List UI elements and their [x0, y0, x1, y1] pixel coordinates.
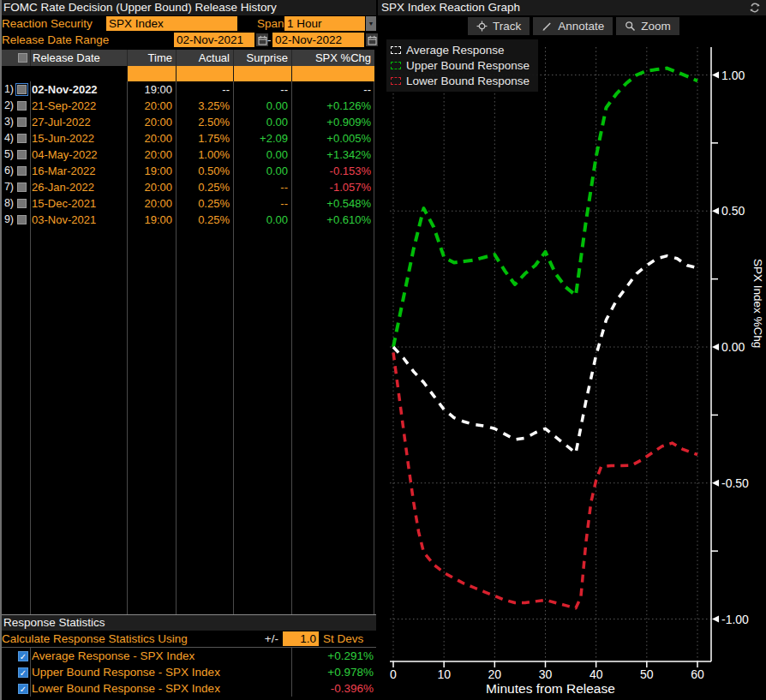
x-axis-tick-label: 20: [488, 667, 502, 681]
table-row[interactable]: 8)15-Dec-202120:000.25%--+0.548%: [0, 195, 374, 212]
cell-time: 19:00: [127, 163, 176, 179]
legend-item-lower-bound-response[interactable]: Lower Bound Response: [391, 73, 530, 88]
row-checkbox[interactable]: [17, 85, 27, 94]
cell-surprise: 0.00: [233, 114, 291, 130]
calendar-to-button[interactable]: [366, 33, 378, 46]
row-checkbox[interactable]: [17, 182, 27, 192]
row-checkbox-cell[interactable]: [14, 81, 30, 98]
x-axis-tick-label: 40: [589, 667, 603, 681]
legend-item-average-response[interactable]: Average Response: [391, 42, 530, 57]
table-row[interactable]: 2)21-Sep-202220:003.25%0.00+0.126%: [0, 98, 374, 114]
table-row[interactable]: 7)26-Jan-202220:000.25%---1.057%: [0, 179, 374, 195]
cell-surprise: --: [233, 179, 291, 195]
cell-chg: -1.057%: [291, 179, 374, 195]
date-to-field[interactable]: 02-Nov-2022: [272, 33, 364, 47]
stat-row-value: +0.291%: [293, 649, 376, 662]
row-checkbox-cell[interactable]: [14, 114, 30, 130]
row-checkbox-cell[interactable]: [14, 163, 30, 179]
response-statistics-section: Response Statistics Calculate Response S…: [0, 614, 376, 700]
stat-row-checkbox[interactable]: ✓: [18, 667, 28, 678]
y-axis-tick-label: -0.50: [721, 476, 749, 490]
select-all-checkbox[interactable]: [18, 53, 27, 63]
row-checkbox-cell[interactable]: [14, 195, 30, 212]
row-checkbox-cell[interactable]: [14, 98, 30, 114]
select-all-cell[interactable]: [0, 50, 30, 66]
table-row[interactable]: 6)16-Mar-202219:000.50%0.00-0.153%: [0, 163, 374, 179]
table-row[interactable]: 9)03-Nov-202119:000.25%0.00+0.610%: [0, 212, 374, 228]
calendar-icon: [258, 35, 267, 45]
y-axis-tick-arrow: [712, 207, 719, 214]
y-axis-title: SPX Index %Chg: [751, 259, 764, 348]
zoom-button[interactable]: Zoom: [616, 17, 679, 35]
average-response-line: [393, 256, 697, 453]
y-axis-tick-arrow: [712, 72, 719, 79]
y-axis-tick-arrow: [712, 480, 719, 487]
span-dropdown-button[interactable]: ▼: [366, 16, 376, 31]
calc-label: Calculate Response Statistics Using: [2, 631, 188, 647]
span-field[interactable]: 1 Hour: [284, 16, 365, 31]
cell-chg: +0.610%: [291, 212, 374, 228]
legend-item-label: Upper Bound Response: [406, 59, 530, 72]
annotate-button-label: Annotate: [558, 20, 604, 33]
pencil-icon: [542, 21, 553, 32]
track-button[interactable]: Track: [468, 17, 530, 35]
date-from-field[interactable]: 02-Nov-2021: [174, 33, 254, 47]
row-checkbox-cell[interactable]: [14, 212, 30, 228]
cell-surprise: 0.00: [233, 163, 291, 179]
stat-row-label: Lower Bound Response - SPX Index: [28, 682, 293, 695]
stat-rows: ✓Average Response - SPX Index+0.291%✓Upp…: [0, 647, 376, 697]
filter-input-cell[interactable]: [176, 66, 233, 81]
row-checkbox-cell[interactable]: [14, 147, 30, 163]
calendar-from-button[interactable]: [256, 33, 268, 46]
reaction-chart[interactable]: 1.000.500.00-0.50-1.000102030405060: [378, 0, 766, 700]
legend-item-upper-bound-response[interactable]: Upper Bound Response: [391, 57, 530, 73]
stat-row-value: +0.978%: [293, 666, 376, 679]
st-devs-label: St Devs: [323, 631, 363, 647]
stat-row-checkbox[interactable]: ✓: [18, 684, 28, 694]
calendar-icon: [368, 35, 377, 45]
stat-row-checkbox[interactable]: ✓: [18, 651, 28, 661]
stat-row: ✓Upper Bound Response - SPX Index+0.978%: [0, 664, 376, 680]
table-row[interactable]: 4)15-Jun-202220:001.75%+2.09+0.005%: [0, 130, 374, 147]
row-checkbox[interactable]: [17, 150, 27, 159]
panel-divider[interactable]: [0, 0, 2, 700]
row-checkbox[interactable]: [17, 134, 27, 143]
annotate-button[interactable]: Annotate: [533, 17, 613, 35]
filter-input-cell[interactable]: [291, 66, 374, 81]
cell-date: 15-Jun-2022: [30, 130, 127, 147]
column-header-time[interactable]: Time: [127, 50, 176, 66]
row-checkbox[interactable]: [17, 166, 27, 176]
x-axis-tick-label: 50: [640, 667, 654, 681]
legend-item-label: Lower Bound Response: [406, 75, 530, 87]
row-checkbox[interactable]: [17, 199, 27, 208]
reaction-security-field[interactable]: SPX Index: [106, 16, 237, 31]
column-header-release-date[interactable]: Release Date: [30, 50, 127, 66]
column-header-surprise[interactable]: Surprise: [233, 50, 291, 66]
filter-input-cell[interactable]: [127, 66, 176, 81]
cell-actual: --: [176, 81, 233, 98]
table-row[interactable]: 3)27-Jul-202220:002.50%0.00+0.909%: [0, 114, 374, 130]
y-axis-tick-label: 0.50: [721, 204, 745, 218]
column-header-spx-chg[interactable]: SPX %Chg: [291, 50, 374, 66]
reaction-graph-panel: SPX Index Reaction Graph 1.000.500.00-0.…: [378, 0, 766, 700]
row-checkbox[interactable]: [17, 101, 27, 111]
table-row[interactable]: 5)04-May-202220:001.00%0.00+1.342%: [0, 147, 374, 163]
table-row[interactable]: 1)02-Nov-202219:00------: [0, 81, 374, 98]
x-axis-tick-label: 10: [437, 667, 451, 681]
row-number: 5): [0, 147, 14, 163]
legend-key-swatch: [391, 62, 401, 69]
row-checkbox[interactable]: [17, 117, 27, 127]
terminal-window: FOMC Rate Decision (Upper Bound) Release…: [0, 0, 766, 700]
filter-input-cell[interactable]: [233, 66, 291, 81]
row-checkbox[interactable]: [17, 215, 27, 224]
row-checkbox-cell[interactable]: [14, 130, 30, 147]
row-checkbox-cell[interactable]: [14, 179, 30, 195]
cell-time: 20:00: [127, 114, 176, 130]
cell-surprise: 0.00: [233, 98, 291, 114]
cell-time: 20:00: [127, 147, 176, 163]
column-header-actual[interactable]: Actual: [176, 50, 233, 66]
stat-row: ✓Average Response - SPX Index+0.291%: [0, 648, 376, 664]
cell-chg: --: [291, 81, 374, 98]
cell-chg: -0.153%: [291, 163, 374, 179]
st-devs-field[interactable]: 1.0: [283, 631, 319, 646]
